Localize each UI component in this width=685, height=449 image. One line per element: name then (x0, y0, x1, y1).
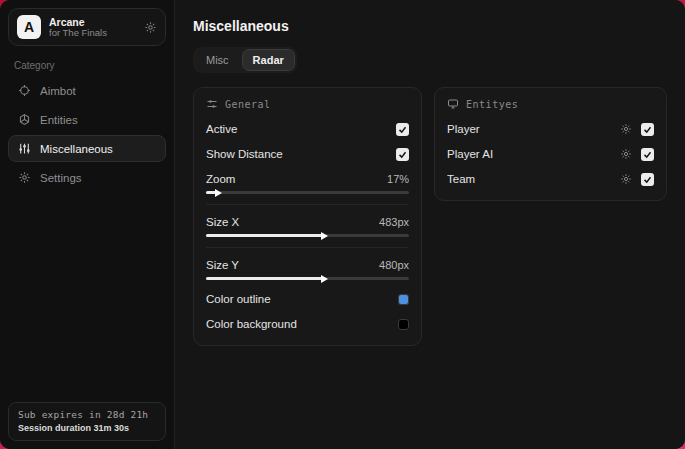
show-distance-row: Show Distance (206, 145, 409, 163)
slider-thumb[interactable] (321, 275, 328, 283)
slider-thumb[interactable] (215, 189, 222, 197)
slider-thumb[interactable] (321, 232, 328, 240)
team-checkbox[interactable] (641, 173, 654, 186)
player-ai-checkbox[interactable] (641, 148, 654, 161)
size-y-row: Size Y 480px (206, 256, 409, 274)
page-title: Miscellaneous (193, 18, 667, 34)
sidebar-item-miscellaneous[interactable]: Miscellaneous (8, 135, 166, 162)
gear-icon[interactable] (144, 21, 157, 34)
sidebar-item-entities[interactable]: Entities (8, 106, 166, 133)
size-x-row: Size X 483px (206, 213, 409, 231)
show-distance-label: Show Distance (206, 148, 283, 160)
brand-title: Arcane (49, 16, 136, 28)
session-duration-text: Session duration 31m 30s (18, 423, 156, 433)
gear-icon[interactable] (620, 148, 632, 160)
size-y-label: Size Y (206, 259, 239, 271)
color-background-label: Color background (206, 318, 297, 330)
app-window: A Arcane for The Finals Category (0, 0, 685, 449)
entities-panel: Entityes Player (434, 87, 667, 201)
zoom-value: 17% (387, 173, 409, 185)
brand-subtitle: for The Finals (49, 28, 136, 39)
gear-icon[interactable] (620, 173, 632, 185)
subscription-card: Sub expires in 28d 21h Session duration … (8, 402, 166, 441)
divider (206, 247, 409, 248)
size-x-slider[interactable] (206, 234, 409, 237)
active-label: Active (206, 123, 237, 135)
size-x-label: Size X (206, 216, 239, 228)
show-distance-checkbox[interactable] (396, 148, 409, 161)
sidebar-item-label: Aimbot (40, 85, 76, 97)
active-row: Active (206, 120, 409, 138)
sliders-icon (18, 142, 31, 155)
size-y-value: 480px (379, 259, 409, 271)
sidebar-item-aimbot[interactable]: Aimbot (8, 77, 166, 104)
gear-icon[interactable] (620, 123, 632, 135)
sidebar-item-label: Settings (40, 172, 82, 184)
general-panel: General Active Show Distance (193, 87, 422, 346)
zoom-slider[interactable] (206, 191, 409, 194)
app-logo: A (17, 15, 41, 39)
sub-expiry-text: Sub expires in 28d 21h (18, 409, 156, 420)
tab-bar: Misc Radar (193, 47, 297, 73)
entities-icon (18, 113, 31, 126)
team-label: Team (447, 173, 475, 185)
active-checkbox[interactable] (396, 123, 409, 136)
color-background-swatch[interactable] (398, 319, 409, 330)
sidebar-item-label: Entities (40, 114, 78, 126)
panel-title: General (225, 99, 271, 110)
sidebar-item-settings[interactable]: Settings (8, 164, 166, 191)
color-background-row: Color background (206, 315, 409, 333)
player-ai-row: Player AI (447, 145, 654, 163)
size-y-slider[interactable] (206, 277, 409, 280)
team-row: Team (447, 170, 654, 188)
panel-title: Entityes (466, 99, 518, 110)
brand-card: A Arcane for The Finals (8, 8, 166, 46)
player-checkbox[interactable] (641, 123, 654, 136)
category-label: Category (14, 60, 160, 71)
divider (206, 204, 409, 205)
sidebar-item-label: Miscellaneous (40, 143, 113, 155)
zoom-row: Zoom 17% (206, 170, 409, 188)
gear-icon (18, 171, 31, 184)
player-label: Player (447, 123, 480, 135)
tab-misc[interactable]: Misc (195, 49, 240, 71)
sidebar-nav: Aimbot Entities (8, 77, 166, 191)
monitor-icon (447, 98, 459, 110)
sidebar: A Arcane for The Finals Category (0, 0, 175, 449)
color-outline-row: Color outline (206, 290, 409, 308)
sliders-horizontal-icon (206, 98, 218, 110)
size-x-value: 483px (379, 216, 409, 228)
player-row: Player (447, 120, 654, 138)
tab-radar[interactable]: Radar (242, 49, 295, 71)
zoom-label: Zoom (206, 173, 235, 185)
color-outline-label: Color outline (206, 293, 271, 305)
crosshair-icon (18, 84, 31, 97)
color-outline-swatch[interactable] (398, 294, 409, 305)
player-ai-label: Player AI (447, 148, 493, 160)
main-content: Miscellaneous Misc Radar General (175, 0, 685, 449)
